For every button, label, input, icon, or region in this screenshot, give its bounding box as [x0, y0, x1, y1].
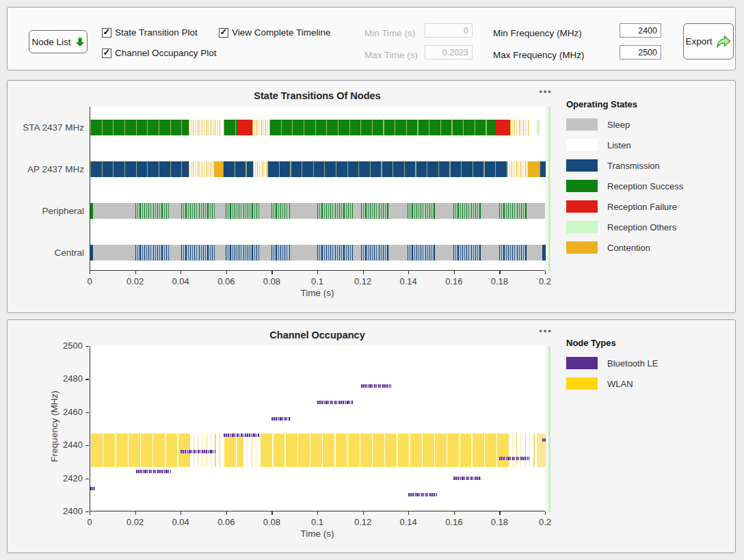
- x-tick-label: 0.06: [211, 517, 241, 527]
- wlan-band-segment: [243, 434, 260, 466]
- axes-options-ellipsis[interactable]: •••: [534, 325, 557, 336]
- legend-swatch: [566, 139, 598, 151]
- x-tick-label: 0.02: [120, 276, 150, 286]
- node-list-button[interactable]: Node List: [29, 30, 88, 53]
- y-tick-label: 2500: [54, 341, 83, 351]
- x-tick-label: 0.02: [120, 517, 150, 527]
- max-frequency-input[interactable]: [620, 45, 661, 59]
- row-label: AP 2437 MHz: [8, 164, 84, 174]
- checkbox-channel-occupancy-plot[interactable]: Channel Occupancy Plot: [102, 48, 217, 58]
- legend-swatch: [566, 357, 598, 369]
- state-segment: [189, 120, 221, 135]
- x-tick: [545, 511, 546, 515]
- state-segment: [528, 161, 540, 177]
- occupancy-chart-title: Channel Occupancy: [90, 330, 545, 341]
- export-arrow-icon: [715, 34, 732, 49]
- x-tick: [408, 511, 409, 515]
- y-tick-label: 2420: [54, 473, 83, 483]
- state-segment: [317, 245, 353, 261]
- state-segment: [317, 203, 353, 219]
- checkbox-view-complete-timeline[interactable]: View Complete Timeline: [219, 27, 331, 38]
- checkbox-label: State Transition Plot: [115, 27, 198, 38]
- x-tick: [499, 511, 500, 515]
- legend-swatch: [566, 377, 598, 390]
- legend-swatch: [566, 180, 598, 192]
- min-time-input[interactable]: [425, 23, 473, 38]
- node-types-legend: Node Types Bluetooth LEWLAN: [566, 338, 658, 398]
- legend-label: Listen: [607, 140, 631, 150]
- ble-transmission: [361, 384, 390, 388]
- x-tick: [317, 271, 318, 274]
- state-segment: [223, 161, 253, 177]
- timeline-row: [90, 245, 545, 261]
- current-time-cursor: [548, 107, 550, 271]
- x-tick: [499, 271, 500, 274]
- state-segment: [408, 203, 436, 219]
- x-tick-label: 0.14: [393, 517, 423, 527]
- legend-label: Reception Others: [607, 222, 676, 232]
- x-tick: [363, 511, 364, 515]
- x-tick: [545, 271, 546, 274]
- state-segment: [361, 203, 389, 219]
- x-tick-label: 0.06: [211, 276, 241, 286]
- legend-item: Reception Failure: [566, 200, 683, 213]
- state-segment: [181, 245, 215, 261]
- ble-transmission: [271, 417, 291, 421]
- checkbox-icon: [102, 49, 111, 58]
- current-time-cursor: [548, 346, 550, 512]
- x-tick-label: 0.04: [165, 517, 196, 527]
- max-time-label: Max Time (s): [364, 50, 418, 60]
- export-button[interactable]: Export: [683, 23, 734, 59]
- state-segment: [253, 161, 267, 177]
- ble-transmission: [181, 450, 215, 453]
- wlan-band-segment: [90, 434, 189, 466]
- checkbox-state-transition-plot[interactable]: State Transition Plot: [102, 27, 198, 38]
- x-tick-label: 0.08: [256, 276, 287, 286]
- x-tick: [135, 271, 136, 274]
- y-tick-label: 2440: [54, 440, 83, 450]
- legend-label: Bluetooth LE: [607, 358, 658, 369]
- state-segment: [496, 120, 511, 135]
- row-label: STA 2437 MHz: [8, 122, 84, 133]
- x-tick-label: 0.16: [439, 276, 469, 286]
- axes-options-ellipsis[interactable]: •••: [534, 86, 557, 96]
- y-tick: [85, 445, 89, 446]
- x-tick: [135, 511, 136, 515]
- state-segment: [510, 120, 529, 135]
- min-frequency-input[interactable]: [620, 23, 661, 38]
- x-tick: [271, 271, 272, 274]
- legend-swatch: [566, 221, 598, 233]
- toolbar: Node List State Transition Plot Channel …: [7, 7, 736, 70]
- legend-item: Contention: [566, 241, 683, 254]
- legend-label: Contention: [607, 243, 650, 253]
- ble-transmission: [453, 477, 481, 480]
- x-tick-label: 0.18: [484, 276, 514, 286]
- state-segment: [499, 245, 528, 261]
- y-tick: [85, 379, 89, 379]
- legend-swatch: [566, 200, 598, 213]
- state-segment: [226, 245, 260, 261]
- state-segment: [361, 245, 389, 261]
- x-tick: [408, 271, 409, 274]
- timeline-row: [90, 203, 545, 219]
- state-segment: [269, 120, 496, 135]
- state-x-axis-label: Time (s): [90, 288, 545, 298]
- state-segment: [135, 203, 170, 219]
- node-list-label: Node List: [31, 37, 70, 47]
- state-plot-area: [90, 107, 545, 271]
- state-segment: [90, 120, 189, 135]
- ble-transmission: [90, 487, 95, 490]
- x-tick: [90, 271, 90, 274]
- state-segment: [189, 161, 215, 177]
- x-tick-label: 0.12: [348, 517, 378, 527]
- x-tick: [226, 511, 227, 515]
- x-tick-label: 0.08: [256, 517, 287, 527]
- max-time-input[interactable]: [425, 45, 473, 59]
- legend-label: Reception Success: [607, 181, 683, 191]
- ble-transmission: [408, 493, 437, 496]
- state-segment: [537, 120, 539, 135]
- legend-title: Operating States: [566, 99, 683, 109]
- state-segment: [267, 161, 507, 177]
- state-segment: [271, 245, 291, 261]
- y-tick: [85, 511, 89, 512]
